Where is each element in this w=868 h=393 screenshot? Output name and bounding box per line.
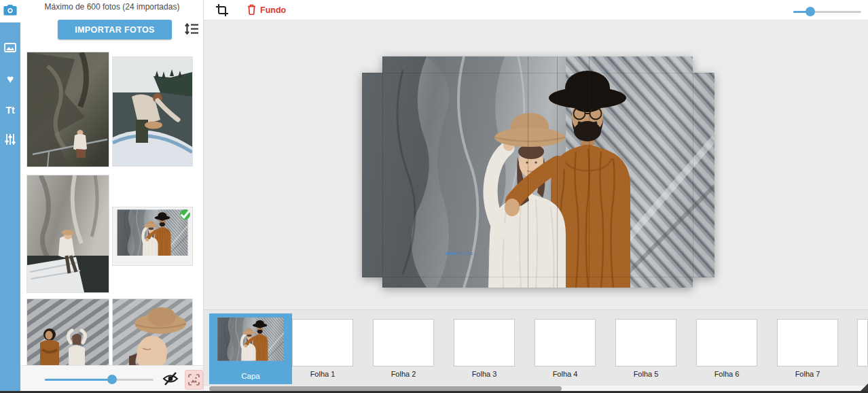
filmstrip-page-folha-7[interactable] [777,319,838,366]
photo-thumbnail[interactable] [27,299,109,366]
rail-tab-photos[interactable] [0,0,20,22]
filmstrip-page-folha-4[interactable] [535,319,596,366]
remove-background-label: Fundo [260,5,286,15]
rail-tab-layouts[interactable] [0,37,20,60]
page-label: Folha 5 [615,370,676,378]
scrollbar-thumb[interactable] [209,386,562,391]
thumbnail-size-slider[interactable] [45,375,153,384]
photo-thumbnail[interactable] [113,207,192,265]
filmstrip-page-folha-5[interactable] [615,319,676,366]
page-label: Folha 2 [373,370,434,378]
trash-icon [247,4,256,17]
page-label: Folha 6 [696,370,757,378]
library-footer [20,365,204,393]
crop-icon[interactable] [215,3,230,18]
slider-knob[interactable] [806,7,815,16]
filmstrip-page-folha-6[interactable] [696,319,757,366]
photo-thumbnail[interactable] [113,57,192,166]
check-badge-icon [180,209,190,220]
page-label: Folha 7 [777,370,838,378]
canvas-zoom-slider[interactable] [793,7,861,16]
filmstrip-scrollbar[interactable] [204,385,868,391]
slider-knob[interactable] [107,375,117,384]
photo-thumbnail[interactable] [27,52,109,167]
page-filmstrip: Capa Folha 1 Folha 2 Folha 3 Folha 4 Fol… [204,309,868,385]
rail-tab-favorites[interactable]: ♥ [0,68,20,90]
rail-tab-adjustments[interactable] [0,129,20,152]
watermark-text: dreambooks [445,250,473,256]
filmstrip-page-capa[interactable]: Capa [209,313,292,384]
filmstrip-page-partial[interactable] [857,319,868,366]
capa-thumbnail [213,318,288,368]
text-icon: Tt [5,105,14,115]
import-photos-button[interactable]: IMPORTAR FOTOS [58,20,172,39]
page-label: Folha 3 [454,370,515,378]
page-label: Folha 1 [292,370,353,378]
tune-icon [4,133,16,148]
eye-off-icon[interactable] [162,371,179,388]
remove-background-button[interactable]: Fundo [247,3,286,18]
filmstrip-page-folha-1[interactable] [292,319,353,366]
editor-main: Fundo [204,0,868,393]
image-placeholder-icon[interactable] [185,370,203,390]
photo-library-panel: Máximo de 600 fotos (24 importadas) IMPO… [20,0,204,393]
line-spacing-icon[interactable] [183,22,200,37]
photo-thumbnail[interactable] [27,175,109,292]
page-label: Folha 4 [535,370,596,378]
camera-icon [3,4,17,18]
image-icon [4,43,16,55]
editor-toolbar: Fundo [204,0,868,20]
heart-icon: ♥ [7,73,14,85]
filmstrip-page-folha-3[interactable] [454,319,515,366]
design-canvas: dreambooks [204,20,868,309]
tool-rail: ♥ Tt [0,0,20,393]
rail-tab-text[interactable]: Tt [0,99,20,121]
filmstrip-page-folha-2[interactable] [373,319,434,366]
photo-count-label: Máximo de 600 fotos (24 importadas) [20,2,204,12]
page-label: Capa [209,372,292,380]
photo-thumbnail[interactable] [113,299,192,366]
slider-fill [45,379,112,381]
cover-spread-page[interactable]: dreambooks [362,56,715,288]
